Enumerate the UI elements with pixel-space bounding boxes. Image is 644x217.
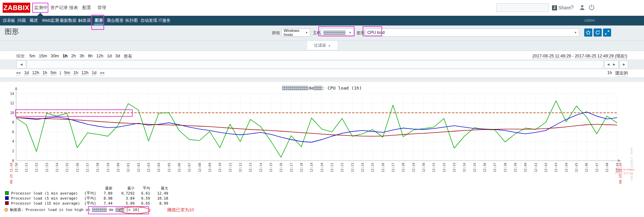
range-end-link[interactable]: 2017-08-25 12:49:29 (现在!) — [575, 54, 627, 59]
svg-text:12:28: 12:28 — [401, 163, 405, 172]
logout-icon[interactable] — [588, 4, 595, 11]
scroll-right-button[interactable]: ▶ — [620, 60, 628, 68]
sub-menu-item[interactable]: 最新数据 — [60, 16, 77, 25]
svg-text:12:35: 12:35 — [473, 163, 476, 172]
zoom-link[interactable]: 2h — [71, 54, 76, 60]
zoom-link[interactable]: 30m — [51, 54, 59, 60]
period-jump-link[interactable]: »» — [100, 70, 104, 75]
star-icon — [586, 30, 591, 35]
svg-text:12:12: 12:12 — [238, 163, 242, 172]
redacted-host — [323, 31, 346, 35]
filter-toggle-tab[interactable]: 过滤器 ▲ — [307, 41, 338, 50]
host-select[interactable]: ▼ — [321, 29, 354, 37]
legend-cell: 8.98 — [98, 196, 113, 201]
time-scrollbar-handle[interactable] — [27, 60, 603, 68]
period-jump-link[interactable]: 1d — [92, 70, 96, 75]
zoom-link[interactable]: 12h — [96, 54, 103, 60]
period-label: 1h — [607, 70, 612, 76]
date-range: 2017-08-25 11:49:29 - 2017-08-25 12:49:2… — [532, 53, 627, 59]
legend-cell: 6.65 — [135, 201, 151, 206]
help-button[interactable]: ? — [570, 4, 573, 11]
main-menu-item[interactable]: 配置 — [82, 5, 91, 11]
svg-text:6: 6 — [12, 130, 14, 134]
y-axis-labels: 02468101214 — [10, 92, 14, 163]
svg-text:11:54: 11:54 — [55, 163, 59, 172]
x-axis-end-label: 08-25 11:49 — [9, 163, 13, 184]
period-fixed-row: 1h 固定的 — [607, 70, 628, 76]
svg-text:0: 0 — [12, 159, 14, 163]
group-select[interactable]: Windows hosts ▼ — [281, 29, 310, 37]
chevron-down-icon[interactable]: ▼ — [572, 31, 577, 34]
svg-text:12:04: 12:04 — [157, 163, 160, 172]
trigger-host-fragment: de — [109, 208, 113, 212]
zabbix-logo[interactable]: ZABBIX — [3, 3, 30, 13]
svg-text:12:16: 12:16 — [279, 163, 283, 172]
expand-icon — [604, 30, 610, 35]
legend-header: 最大 — [151, 186, 169, 191]
period-jump-link[interactable]: 5m — [51, 70, 56, 75]
graph-combobox[interactable]: CPU load ▼ — [365, 29, 579, 37]
period-jump-link[interactable]: 1h — [43, 70, 47, 75]
refresh-button[interactable] — [594, 29, 602, 37]
fullscreen-button[interactable] — [603, 29, 611, 37]
main-menu-item[interactable]: 管理 — [97, 5, 106, 11]
zoom-link[interactable]: 所有 — [124, 54, 132, 60]
legend-cell: [平均] — [84, 201, 98, 206]
zoom-link[interactable]: 5m — [29, 54, 35, 60]
fixed-link[interactable]: 固定的 — [615, 70, 628, 76]
svg-text:12:21: 12:21 — [330, 163, 334, 172]
series-color-swatch — [5, 191, 9, 195]
legend-cell — [4, 201, 10, 206]
scroll-left-button[interactable]: ◀ — [16, 60, 26, 68]
svg-text:12:03: 12:03 — [147, 163, 150, 172]
svg-text:12:17: 12:17 — [289, 163, 293, 172]
favorite-button[interactable] — [584, 29, 592, 37]
main-menu-item[interactable]: 报表 — [69, 5, 78, 11]
period-jump-link[interactable]: 12h — [32, 70, 39, 75]
range-start-link[interactable]: 2017-08-25 11:49:29 — [532, 54, 571, 59]
sub-menu-item[interactable]: 触发器 — [78, 16, 91, 25]
zoom-link[interactable]: 3h — [80, 54, 84, 60]
scroll-handle-button[interactable]: ◀∷▶ — [604, 60, 618, 68]
svg-text:12:48: 12:48 — [605, 163, 609, 172]
zoom-link[interactable]: 1d — [107, 54, 112, 60]
legend-cell — [4, 191, 10, 196]
sub-menu-item[interactable]: 问题 — [17, 16, 26, 25]
svg-text:12:32: 12:32 — [442, 163, 446, 172]
cpu-load-graph[interactable]: 0246810121411:5011:5111:5211:5311:5411:5… — [0, 82, 644, 186]
sub-menu-item[interactable]: IT服务 — [158, 16, 171, 25]
period-jump-link[interactable]: 5m — [64, 70, 70, 75]
svg-text:12: 12 — [10, 101, 14, 105]
main-menu-item[interactable]: 资产记录 — [50, 5, 68, 11]
sub-menu-item[interactable]: 自动发现 — [140, 16, 157, 25]
main-menu-item[interactable]: 监测中 — [34, 5, 47, 11]
zoom-link[interactable]: 1h — [63, 54, 68, 60]
sub-menu-item[interactable]: Web监测 — [42, 16, 59, 25]
separator: | — [60, 70, 61, 75]
legend-cell: 7.89 — [98, 191, 113, 196]
period-jump-link[interactable]: 12h — [81, 70, 88, 75]
period-jump-link[interactable]: 1h — [74, 70, 78, 75]
zoom-link[interactable]: 3d — [116, 54, 120, 60]
svg-text:12:42: 12:42 — [544, 163, 548, 172]
profile-icon[interactable] — [579, 4, 586, 11]
svg-text:12:22: 12:22 — [340, 163, 344, 172]
sub-menu-item[interactable]: 拓扑图 — [125, 16, 138, 25]
sub-menu-item[interactable]: 概述 — [30, 16, 38, 25]
svg-text:12:24: 12:24 — [361, 163, 364, 172]
svg-text:11:55: 11:55 — [65, 163, 69, 172]
zoom-link[interactable]: 15m — [39, 54, 47, 60]
period-jump-link[interactable]: 1d — [24, 70, 29, 75]
svg-text:12:00: 12:00 — [116, 163, 120, 172]
refresh-icon — [595, 30, 600, 35]
trigger-icon — [4, 208, 8, 212]
svg-text:10: 10 — [10, 111, 14, 115]
sub-menu-item[interactable]: 聚合图形 — [107, 16, 124, 25]
zoom-link[interactable]: 6h — [88, 54, 93, 60]
legend-header: 最小 — [113, 186, 135, 191]
svg-text:12:11: 12:11 — [228, 163, 232, 172]
share-button[interactable]: Z Share — [552, 5, 571, 10]
search-input[interactable] — [497, 5, 553, 10]
sub-menu-item[interactable]: 仪表板 — [3, 16, 15, 25]
period-jump-link[interactable]: «« — [16, 70, 21, 75]
